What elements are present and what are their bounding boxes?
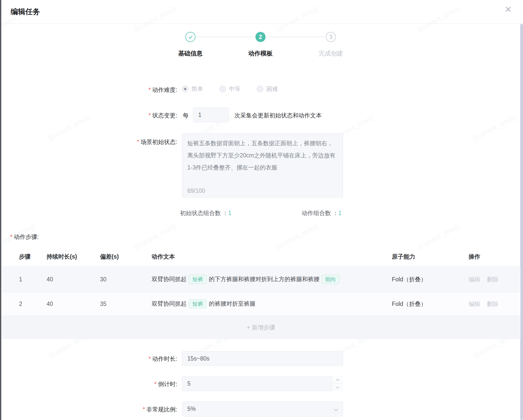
- countdown-stepper: [332, 376, 343, 391]
- radio-medium-circle[interactable]: [219, 86, 226, 92]
- page-title: 编辑任务: [11, 7, 40, 17]
- cell-deviation: 30: [100, 276, 152, 283]
- duration-label: *动作时长:: [86, 355, 177, 363]
- required-mark: *: [10, 234, 12, 240]
- radio-simple-label: 简单: [191, 85, 203, 93]
- object-tag: 短裤: [189, 299, 207, 308]
- ratio-label: *非常规比例:: [86, 406, 177, 413]
- stepper-connector-2: [267, 37, 325, 37]
- check-icon: [188, 34, 193, 40]
- increase-button[interactable]: [332, 376, 343, 384]
- radio-medium-label: 中等: [229, 85, 240, 93]
- state-change-label: *状态变更:: [86, 112, 177, 119]
- cell-duration: 40: [47, 301, 100, 307]
- char-counter: 69/100: [187, 187, 205, 194]
- initial-state-field: 短裤五条数据背面朝上，五条数据正面朝上，裤腰朝右，离头部视野下方至少20cm之外…: [182, 133, 343, 198]
- countdown-label: *倒计时:: [86, 380, 177, 388]
- cell-deviation: 35: [100, 301, 152, 307]
- col-header-actions: 操作: [469, 253, 520, 261]
- cell-action-text: 双臂协同抓起 短裤 的裤腰对折至裤腿: [152, 299, 392, 308]
- col-header-step: 步骤: [19, 253, 47, 261]
- radio-hard-label: 困难: [266, 85, 278, 93]
- action-combo-count: 动作组合数 ：1: [302, 209, 341, 217]
- ratio-select[interactable]: 5%: [182, 402, 343, 416]
- radio-simple-circle[interactable]: [182, 86, 189, 92]
- cell-step: 1: [19, 276, 47, 283]
- table-row: 1 40 30 双臂协同抓起 短裤 的下方裤腿和裤腰对折到上方的裤腿和裤腰 朝向…: [2, 267, 520, 292]
- cell-step: 2: [19, 301, 47, 307]
- required-mark: *: [137, 139, 139, 145]
- steps-table: 步骤 持续时长(s) 偏差(s) 动作文本 原子能力 操作 1 40 30 双臂…: [2, 247, 520, 339]
- table-header-row: 步骤 持续时长(s) 偏差(s) 动作文本 原子能力 操作: [2, 247, 520, 267]
- step-3-label: 完成创建: [303, 49, 359, 57]
- stepper-connector-1: [196, 37, 254, 37]
- radio-hard-circle[interactable]: [257, 86, 264, 92]
- cell-actions: 编辑 删除: [469, 300, 520, 308]
- radio-medium[interactable]: 中等: [219, 85, 240, 93]
- cell-ability: Fold（折叠）: [392, 300, 469, 308]
- initial-combo-value: 1: [228, 210, 231, 216]
- countdown-field: [182, 376, 343, 391]
- difficulty-radio-group: 简单 中等 困难: [182, 85, 278, 93]
- initial-state-textarea[interactable]: 短裤五条数据背面朝上，五条数据正面朝上，裤腰朝右，离头部视野下方至少20cm之外…: [182, 134, 343, 184]
- col-header-duration: 持续时长(s): [47, 253, 100, 261]
- delete-link[interactable]: 删除: [487, 300, 498, 308]
- initial-combo-count: 初始状态组合数 ：1: [180, 209, 231, 217]
- state-change-suffix: 次采集会更新初始状态和动作文本: [234, 112, 322, 119]
- required-mark: *: [143, 406, 145, 413]
- state-change-input[interactable]: [193, 108, 229, 122]
- state-change-prefix: 每: [183, 112, 189, 119]
- header-divider: [1, 24, 523, 24]
- radio-hard[interactable]: 困难: [257, 85, 278, 93]
- required-mark: *: [149, 355, 151, 362]
- delete-link[interactable]: 删除: [487, 276, 498, 283]
- edit-link[interactable]: 编辑: [469, 300, 480, 308]
- edit-link[interactable]: 编辑: [469, 276, 480, 283]
- step-2-circle: 2: [255, 32, 266, 42]
- col-header-text: 动作文本: [152, 253, 392, 261]
- required-mark: *: [154, 381, 157, 387]
- table-row: 2 40 35 双臂协同抓起 短裤 的裤腰对折至裤腿 Fold（折叠） 编辑 删…: [2, 292, 520, 316]
- chevron-down-icon: [334, 408, 338, 412]
- initial-state-label: *场景初始状态:: [86, 138, 177, 146]
- required-mark: *: [149, 112, 151, 119]
- required-mark: *: [149, 87, 151, 93]
- difficulty-label: *动作难度:: [86, 86, 177, 94]
- decrease-button[interactable]: [332, 384, 343, 391]
- countdown-input[interactable]: [182, 376, 343, 391]
- cell-duration: 40: [47, 276, 100, 283]
- cell-action-text: 双臂协同抓起 短裤 的下方裤腿和裤腰对折到上方的裤腿和裤腰 朝向: [152, 275, 392, 284]
- cell-actions: 编辑 删除: [469, 276, 520, 283]
- ratio-value: 5%: [187, 402, 196, 416]
- step-2-label: 动作模板: [233, 49, 288, 57]
- add-step-button[interactable]: + 新增步骤: [2, 316, 520, 339]
- chevron-up-icon: [336, 379, 339, 381]
- orientation-tag: 朝向: [322, 275, 339, 284]
- step-3-number: 3: [329, 34, 333, 40]
- object-tag: 短裤: [189, 275, 207, 284]
- cell-ability: Fold（折叠）: [392, 276, 469, 283]
- duration-input[interactable]: [182, 351, 343, 366]
- step-3-circle: 3: [326, 32, 336, 42]
- step-2-number: 2: [259, 34, 262, 40]
- step-1-circle: [185, 32, 195, 42]
- close-icon[interactable]: ✕: [505, 5, 512, 14]
- col-header-ability: 原子能力: [392, 253, 469, 261]
- col-header-deviation: 偏差(s): [100, 253, 152, 261]
- step-1-label: 基础信息: [163, 49, 218, 57]
- action-steps-label: *动作步骤:: [10, 233, 39, 241]
- action-combo-value: 1: [338, 210, 341, 216]
- radio-simple[interactable]: 简单: [182, 85, 203, 93]
- edit-task-modal: {{current_time}}{{current_time}}{{curren…: [0, 0, 523, 420]
- chevron-down-icon: [336, 386, 339, 389]
